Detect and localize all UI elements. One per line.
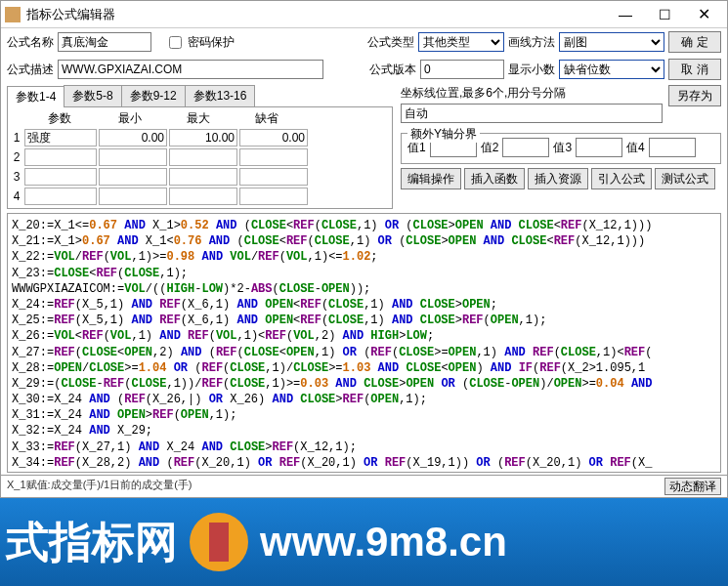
cancel-button[interactable]: 取 消 (668, 59, 721, 80)
param-name-input[interactable] (24, 168, 97, 186)
tab-params-5-8[interactable]: 参数5-8 (64, 85, 121, 106)
param-name-input[interactable] (24, 188, 97, 205)
tab-params-1-4[interactable]: 参数1-4 (7, 86, 64, 107)
coord-pos-label: 坐标线位置,最多6个,用分号分隔 (401, 85, 663, 102)
param-hdr-name: 参数 (23, 109, 96, 128)
param-min-input[interactable] (99, 129, 167, 146)
minimize-button[interactable]: — (606, 2, 645, 27)
formula-desc-label: 公式描述 (7, 62, 54, 78)
formula-version-label: 公式版本 (369, 62, 416, 78)
val4-input[interactable] (649, 138, 696, 157)
param-name-input[interactable] (24, 148, 97, 166)
draw-method-select[interactable]: 副图 (559, 32, 664, 52)
tab-params-9-12[interactable]: 参数9-12 (121, 85, 186, 106)
show-decimal-label: 显示小数 (508, 62, 555, 78)
param-name-input[interactable] (24, 129, 97, 146)
show-decimal-select[interactable]: 缺省位数 (559, 60, 664, 79)
insert-func-button[interactable]: 插入函数 (464, 168, 525, 189)
formula-type-select[interactable]: 其他类型 (418, 32, 504, 52)
close-button[interactable]: ✕ (684, 2, 723, 27)
save-as-button[interactable]: 另存为 (668, 85, 721, 106)
banner-logo-icon (190, 513, 248, 571)
param-def-input[interactable] (239, 148, 308, 166)
tab-params-13-16[interactable]: 参数13-16 (185, 85, 256, 106)
param-row: 3 (10, 167, 390, 187)
yaxis-legend: 额外Y轴分界 (407, 126, 480, 143)
formula-code-editor[interactable]: X_20:=X_1<=0.67 AND X_1>0.52 AND (CLOSE<… (7, 213, 721, 473)
param-hdr-min: 最小 (96, 109, 164, 128)
formula-name-input[interactable] (58, 32, 151, 52)
banner-url: www.9m8.cn (260, 519, 728, 565)
param-hdr-def: 缺省 (233, 109, 301, 128)
status-bar: X_1赋值:成交量(手)/1日前的成交量(手) 动态翻译 (1, 475, 727, 497)
param-row: 2 (10, 147, 390, 167)
password-protect-label: 密码保护 (188, 34, 235, 51)
val3-input[interactable] (576, 138, 622, 157)
coord-pos-input[interactable] (401, 104, 663, 123)
param-min-input[interactable] (99, 148, 167, 166)
param-hdr-max: 最大 (164, 109, 233, 128)
maximize-button[interactable]: ☐ (645, 2, 684, 27)
window-title: 指标公式编辑器 (26, 6, 606, 23)
test-formula-button[interactable]: 测试公式 (655, 168, 715, 189)
val2-input[interactable] (502, 138, 549, 157)
status-text: X_1赋值:成交量(手)/1日前的成交量(手) (7, 478, 192, 495)
param-def-input[interactable] (239, 129, 308, 146)
formula-version-input[interactable] (420, 60, 504, 79)
param-max-input[interactable] (169, 129, 237, 146)
param-def-input[interactable] (239, 168, 308, 186)
password-protect-checkbox[interactable] (169, 36, 182, 49)
draw-method-label: 画线方法 (508, 34, 555, 51)
param-tabs: 参数1-4 参数5-8 参数9-12 参数13-16 (7, 85, 393, 107)
dynamic-translate-button[interactable]: 动态翻译 (664, 478, 721, 495)
formula-desc-input[interactable] (58, 60, 323, 79)
app-icon (5, 7, 21, 22)
titlebar: 指标公式编辑器 — ☐ ✕ (1, 1, 727, 28)
edit-op-button[interactable]: 编辑操作 (401, 168, 461, 189)
banner-text-left: 式指标网 (0, 514, 178, 571)
formula-type-label: 公式类型 (367, 34, 414, 51)
param-min-input[interactable] (99, 188, 167, 205)
param-table: 参数 最小 最大 缺省 1 2 (7, 107, 393, 209)
param-def-input[interactable] (239, 188, 308, 205)
formula-name-label: 公式名称 (7, 34, 54, 51)
insert-res-button[interactable]: 插入资源 (528, 168, 588, 189)
param-max-input[interactable] (169, 148, 237, 166)
import-formula-button[interactable]: 引入公式 (591, 168, 652, 189)
param-max-input[interactable] (169, 168, 237, 186)
param-max-input[interactable] (169, 188, 237, 205)
ok-button[interactable]: 确 定 (668, 31, 721, 53)
param-row: 1 (10, 128, 390, 147)
param-min-input[interactable] (99, 168, 167, 186)
ad-banner: 式指标网 www.9m8.cn (0, 498, 728, 586)
param-row: 4 (10, 187, 390, 206)
